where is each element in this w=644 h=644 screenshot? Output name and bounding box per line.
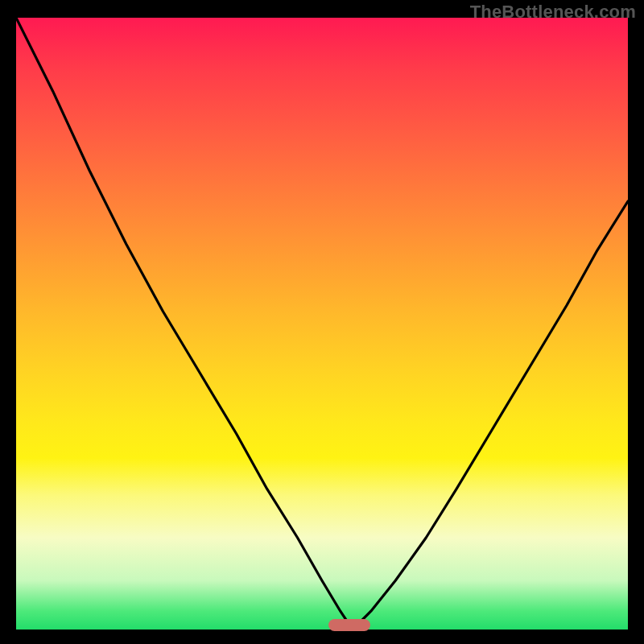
plot-area [16, 18, 628, 630]
curve-path [16, 18, 628, 630]
watermark-label: TheBottleneck.com [470, 2, 636, 23]
optimal-marker [328, 619, 370, 631]
bottleneck-curve [16, 18, 628, 630]
chart-frame: TheBottleneck.com [0, 0, 644, 644]
